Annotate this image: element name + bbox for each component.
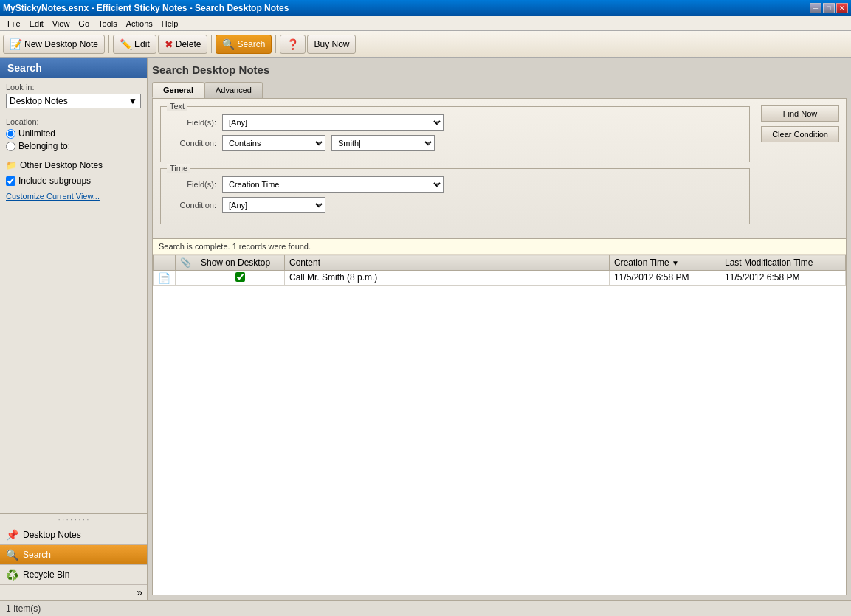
col-attach[interactable]: 📎 xyxy=(176,255,196,271)
sidebar: Search Look in: Desktop Notes ▼ Location… xyxy=(0,58,148,600)
text-fields-select-wrapper: [Any] Title Content Tags xyxy=(222,114,444,131)
search-nav-label: Search xyxy=(23,550,51,560)
row-creation-time: 11/5/2012 6:58 PM xyxy=(610,271,720,286)
time-condition-row: Condition: [Any] Today Yesterday This We… xyxy=(168,197,742,213)
text-section: Text Field(s): [Any] Title Content Tags xyxy=(160,106,750,162)
status-bar: 1 Item(s) xyxy=(0,600,851,616)
edit-button[interactable]: ✏️ Edit xyxy=(113,35,156,54)
title-bar: MyStickyNotes.esnx - Efficient Sticky No… xyxy=(0,0,851,16)
sidebar-dots: · · · · · · · · xyxy=(0,514,147,525)
search-panel-wrapper: Find Now Clear Condition Text Field(s): … xyxy=(152,98,847,238)
menu-tools[interactable]: Tools xyxy=(94,18,122,30)
maximize-button[interactable]: □ xyxy=(823,3,835,13)
location-label: Location: xyxy=(6,117,141,126)
find-now-button[interactable]: Find Now xyxy=(761,105,839,122)
look-in-section: Look in: Desktop Notes ▼ xyxy=(0,78,147,113)
text-fields-label: Field(s): xyxy=(168,118,216,127)
search-button[interactable]: 🔍 Search xyxy=(216,35,272,54)
nav-search[interactable]: 🔍 Search xyxy=(0,545,147,565)
time-fields-select[interactable]: Creation Time Last Modification Time xyxy=(222,176,444,193)
results-status: Search is complete. 1 records were found… xyxy=(153,239,846,255)
menu-file[interactable]: File xyxy=(3,18,25,30)
desktop-notes-icon: 📌 xyxy=(6,529,18,541)
text-condition-select[interactable]: Contains Does not contain Is Is not Begi… xyxy=(222,135,325,151)
nav-desktop-notes[interactable]: 📌 Desktop Notes xyxy=(0,525,147,545)
look-in-dropdown-icon: ▼ xyxy=(128,96,137,106)
menu-actions[interactable]: Actions xyxy=(122,18,157,30)
time-fields-label: Field(s): xyxy=(168,180,216,189)
sidebar-nav: · · · · · · · · 📌 Desktop Notes 🔍 Search… xyxy=(0,513,147,600)
include-subgroups-row[interactable]: Include subgroups xyxy=(0,173,147,189)
row-doc-icon: 📄 xyxy=(154,271,176,286)
menu-view[interactable]: View xyxy=(48,18,75,30)
delete-button[interactable]: ✖ Delete xyxy=(158,35,208,54)
search-nav-icon: 🔍 xyxy=(6,549,18,561)
col-creation-time[interactable]: Creation Time ▼ xyxy=(610,255,720,271)
time-condition-select-wrapper: [Any] Today Yesterday This Week Last Wee… xyxy=(222,197,325,213)
delete-label: Delete xyxy=(176,39,201,49)
menu-help[interactable]: Help xyxy=(157,18,183,30)
text-fields-row: Field(s): [Any] Title Content Tags xyxy=(168,114,742,131)
folder-icon: 📁 xyxy=(6,160,17,170)
tree-item-label: Other Desktop Notes xyxy=(20,160,103,170)
tab-advanced[interactable]: Advanced xyxy=(204,82,263,98)
location-unlimited-radio[interactable] xyxy=(6,129,15,139)
location-unlimited[interactable]: Unlimited xyxy=(6,128,141,139)
buy-now-button[interactable]: Buy Now xyxy=(307,35,356,54)
time-section: Time Field(s): Creation Time Last Modifi… xyxy=(160,168,750,224)
recycle-icon: ♻️ xyxy=(6,569,18,581)
results-area: Search is complete. 1 records were found… xyxy=(152,238,847,595)
toolbar-separator-2 xyxy=(211,35,212,53)
delete-icon: ✖ xyxy=(165,38,173,50)
location-unlimited-label: Unlimited xyxy=(18,128,55,139)
col-show-on-desktop[interactable]: Show on Desktop xyxy=(196,255,285,271)
creation-time-header: Creation Time xyxy=(614,257,669,268)
buy-now-label: Buy Now xyxy=(314,39,349,49)
toolbar-separator-1 xyxy=(108,35,109,53)
close-button[interactable]: ✕ xyxy=(836,3,848,13)
search-label: Search xyxy=(237,39,265,49)
sort-desc-icon: ▼ xyxy=(672,259,679,267)
location-belonging[interactable]: Belonging to: xyxy=(6,141,141,151)
time-condition-select[interactable]: [Any] Today Yesterday This Week Last Wee… xyxy=(222,197,325,213)
help-button[interactable]: ❓ xyxy=(280,35,306,54)
text-fields-select[interactable]: [Any] Title Content Tags xyxy=(222,114,444,131)
col-last-mod-time[interactable]: Last Modification Time xyxy=(720,255,846,271)
note-doc-icon: 📄 xyxy=(158,272,170,284)
help-icon: ❓ xyxy=(286,38,299,50)
location-belonging-radio[interactable] xyxy=(6,142,15,151)
time-fields-row: Field(s): Creation Time Last Modificatio… xyxy=(168,176,742,193)
row-show-on-desktop xyxy=(196,271,285,286)
table-row[interactable]: 📄 Call Mr. Smith (8 p.m.) 11/5/2012 6:58… xyxy=(154,271,846,286)
show-on-desktop-header: Show on Desktop xyxy=(201,257,270,268)
nav-recycle-bin[interactable]: ♻️ Recycle Bin xyxy=(0,565,147,585)
time-section-legend: Time xyxy=(167,164,190,173)
content-header: Content xyxy=(289,257,320,268)
edit-icon: ✏️ xyxy=(120,38,132,50)
last-mod-header: Last Modification Time xyxy=(725,257,813,268)
desktop-notes-label: Desktop Notes xyxy=(23,530,81,540)
expand-icon: » xyxy=(137,586,142,598)
content-area: Search Desktop Notes General Advanced Fi… xyxy=(148,58,851,600)
row-content: Call Mr. Smith (8 p.m.) xyxy=(285,271,610,286)
search-panel: Find Now Clear Condition Text Field(s): … xyxy=(152,98,847,238)
window-controls: ─ □ ✕ xyxy=(810,3,848,13)
text-value-select[interactable]: Smith| xyxy=(331,135,435,151)
text-condition-row: Condition: Contains Does not contain Is … xyxy=(168,135,742,151)
new-desktop-note-button[interactable]: 📝 New Desktop Note xyxy=(3,35,105,54)
customize-view-link[interactable]: Customize Current View... xyxy=(0,189,147,204)
tree-item-other-notes[interactable]: 📁 Other Desktop Notes xyxy=(0,158,147,173)
text-condition-select-wrapper: Contains Does not contain Is Is not Begi… xyxy=(222,135,325,151)
include-subgroups-checkbox[interactable] xyxy=(6,176,15,186)
window-title: MyStickyNotes.esnx - Efficient Sticky No… xyxy=(3,3,289,13)
col-content[interactable]: Content xyxy=(285,255,610,271)
menu-edit[interactable]: Edit xyxy=(25,18,48,30)
minimize-button[interactable]: ─ xyxy=(810,3,821,13)
main-layout: Search Look in: Desktop Notes ▼ Location… xyxy=(0,58,851,600)
tab-general[interactable]: General xyxy=(152,82,204,98)
look-in-select[interactable]: Desktop Notes ▼ xyxy=(6,94,141,108)
nav-expand-button[interactable]: » xyxy=(0,585,147,600)
show-on-desktop-checkbox[interactable] xyxy=(235,272,245,282)
clear-condition-button[interactable]: Clear Condition xyxy=(761,126,839,142)
menu-go[interactable]: Go xyxy=(74,18,94,30)
